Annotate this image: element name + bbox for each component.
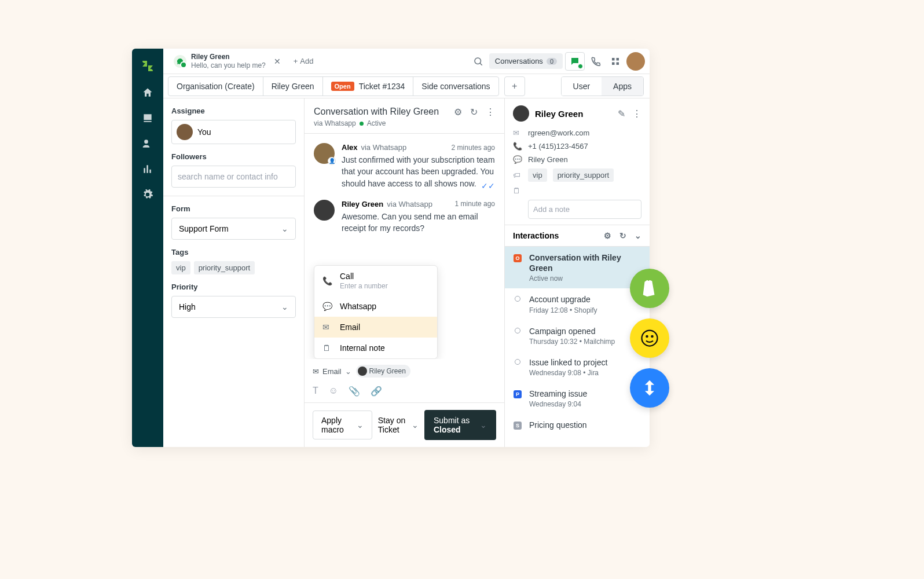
timeline-item[interactable]: P Streaming issueWednesday 9:04 (505, 383, 650, 414)
tab-ticket[interactable]: Open Ticket #1234 (322, 76, 414, 96)
refresh-icon[interactable]: ↻ (619, 231, 626, 240)
add-note-input[interactable]: Add a note (528, 200, 641, 219)
add-tab-button[interactable]: + Add (289, 54, 318, 68)
menu-item-call[interactable]: 📞 CallEnter a number (314, 266, 437, 296)
assignee-avatar (177, 124, 193, 140)
tab-side-conversations[interactable]: Side conversations (413, 76, 498, 96)
link-icon[interactable]: 🔗 (371, 386, 382, 397)
event-dot-icon (515, 296, 520, 302)
phone-out-icon: 📞 (322, 276, 333, 285)
assignee-select[interactable]: You (171, 120, 296, 144)
reports-icon[interactable] (142, 163, 153, 175)
whatsapp-icon: 💬 (322, 302, 333, 311)
open-status-icon: O (514, 254, 522, 262)
emoji-icon[interactable]: ☺ (329, 386, 338, 397)
followers-input[interactable]: search name or contact info (171, 166, 296, 188)
jira-bubble[interactable] (630, 368, 669, 408)
mailchimp-bubble[interactable] (630, 318, 669, 358)
search-icon[interactable] (473, 56, 483, 67)
tag-chip[interactable]: vip (528, 168, 547, 182)
settings-icon[interactable] (142, 189, 153, 200)
format-text-icon[interactable]: T (313, 386, 318, 397)
submit-button[interactable]: Submit as Closed ⌄ (424, 410, 496, 440)
ticket-footer: Apply macro⌄ Stay on Ticket⌄ Submit as C… (305, 402, 504, 447)
chevron-down-icon: ⌄ (480, 420, 487, 430)
conversation-via: via Whatsapp (314, 119, 356, 127)
customers-icon[interactable] (142, 138, 153, 149)
shopify-bubble[interactable] (630, 269, 669, 308)
ticket-tabs-row: Organisation (Create) Riley Green Open T… (163, 74, 650, 98)
timeline-item[interactable]: Account upgradeFriday 12:08 • Shopify (505, 288, 650, 320)
requester-whatsapp[interactable]: Riley Green (528, 155, 568, 164)
message: Riley Green via Whatsapp 1 minute ago Aw… (314, 200, 495, 234)
timeline-item[interactable]: Campaign openedThursday 10:32 • Mailchim… (505, 320, 650, 351)
add-conversation-button[interactable]: + (504, 76, 525, 96)
timeline-item[interactable]: Issue linked to projectWednesday 9:08 • … (505, 351, 650, 383)
menu-item-email[interactable]: ✉ Email (314, 317, 437, 338)
requester-header: Riley Green ✎ ⋮ (505, 98, 650, 129)
seg-user[interactable]: User (562, 77, 602, 96)
interactions-header: Interactions ⚙ ↻ ⌄ (505, 225, 650, 247)
requester-avatar (314, 200, 335, 221)
main-area: Riley Green Hello, can you help me? ✕ + … (163, 49, 650, 447)
seg-apps[interactable]: Apps (602, 77, 643, 96)
problem-status-icon: P (514, 390, 522, 398)
solved-status-icon: S (514, 422, 522, 430)
menu-item-whatsapp[interactable]: 💬 Whatsapp (314, 296, 437, 317)
channel-select[interactable]: ✉ Email ⌄ (313, 367, 351, 376)
requester-phone[interactable]: +1 (415)123-4567 (528, 142, 588, 151)
timeline-item[interactable]: S Pricing question (505, 414, 650, 436)
chevron-down-icon: ⌄ (281, 302, 288, 312)
history-icon[interactable]: ↻ (470, 107, 478, 118)
filter-icon[interactable]: ⚙ (604, 231, 611, 240)
messaging-button[interactable] (565, 52, 585, 71)
apply-macro-select[interactable]: Apply macro⌄ (313, 411, 372, 439)
svg-rect-3 (617, 58, 619, 61)
tags-row[interactable]: vip priority_support (171, 261, 296, 274)
read-checks-icon: ✓✓ (481, 180, 495, 192)
edit-icon[interactable]: ✎ (618, 108, 625, 119)
tag-chip[interactable]: priority_support (194, 261, 255, 274)
message-text: Just confirmed with your subscription te… (342, 155, 495, 188)
conversations-dropdown[interactable]: Conversations 0 (489, 53, 563, 69)
compose-bar: ✉ Email ⌄ Riley Green (305, 359, 504, 380)
tag-chip[interactable]: vip (171, 261, 190, 274)
overflow-icon[interactable]: ⋮ (632, 108, 641, 119)
sidebar-segment: User Apps (561, 76, 644, 96)
tag-chip[interactable]: priority_support (553, 168, 614, 182)
attachment-icon[interactable]: 📎 (349, 386, 360, 397)
talk-icon[interactable] (591, 56, 601, 67)
requester-email[interactable]: rgreen@work.com (528, 129, 589, 137)
recipient-chip[interactable]: Riley Green (356, 365, 410, 378)
form-select[interactable]: Support Form⌄ (171, 218, 296, 240)
tab-organisation[interactable]: Organisation (Create) (168, 76, 263, 96)
agent-avatar: 👤 (314, 143, 335, 164)
active-conversation-tab[interactable]: Riley Green Hello, can you help me? ✕ (168, 49, 287, 73)
timeline-item[interactable]: O Conversation with Riley GreenActive no… (505, 247, 650, 288)
user-avatar[interactable] (626, 52, 645, 71)
email-icon: ✉ (322, 323, 333, 332)
right-pane: Riley Green ✎ ⋮ ✉rgreen@work.com 📞+1 (41… (505, 98, 650, 447)
home-icon[interactable] (142, 87, 153, 98)
requester-avatar (513, 105, 529, 122)
priority-label: Priority (171, 283, 296, 291)
email-icon: ✉ (313, 367, 319, 376)
message-text: Awesome. Can you send me an email receip… (342, 212, 478, 233)
stay-on-ticket-select[interactable]: Stay on Ticket⌄ (378, 416, 419, 434)
close-tab-icon[interactable]: ✕ (274, 57, 281, 66)
chevron-down-icon: ⌄ (412, 420, 419, 430)
apps-grid-icon[interactable] (610, 56, 621, 67)
chevron-down-icon[interactable]: ⌄ (635, 231, 641, 240)
phone-icon: 📞 (513, 142, 522, 151)
filter-icon[interactable]: ⚙ (454, 107, 462, 118)
interactions-timeline: O Conversation with Riley GreenActive no… (505, 247, 650, 447)
priority-select[interactable]: High⌄ (171, 296, 296, 318)
conversation-header: Conversation with Riley Green via Whatsa… (305, 98, 504, 134)
tab-requester[interactable]: Riley Green (263, 76, 323, 96)
agent-badge-icon: 👤 (328, 157, 336, 165)
zendesk-logo-icon (141, 59, 155, 73)
inbox-icon[interactable] (142, 112, 153, 124)
menu-item-internal-note[interactable]: 🗒 Internal note (314, 338, 437, 358)
svg-point-8 (651, 335, 654, 338)
overflow-icon[interactable]: ⋮ (486, 107, 495, 118)
